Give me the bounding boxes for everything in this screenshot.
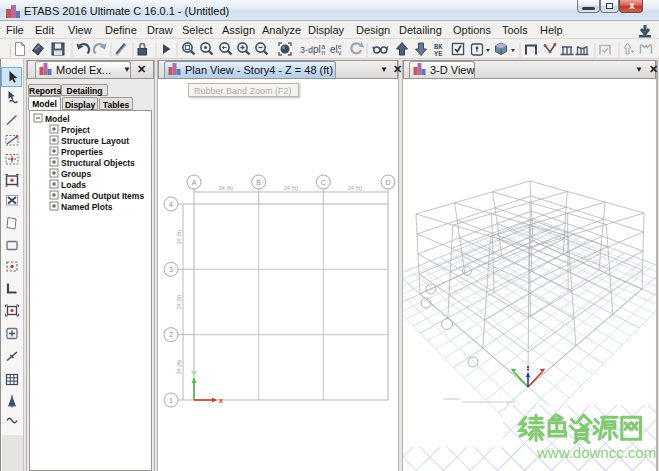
svg-text:Structure Layout: Structure Layout xyxy=(61,136,129,146)
svg-text:2: 2 xyxy=(169,331,173,338)
svg-text:www.downcc.com: www.downcc.com xyxy=(536,444,656,461)
svg-text:n: n xyxy=(322,49,326,56)
svg-text:Project: Project xyxy=(61,125,90,135)
svg-text:YE: YE xyxy=(434,50,442,58)
svg-text:Named Plots: Named Plots xyxy=(61,202,113,212)
svg-text:1: 1 xyxy=(169,397,173,404)
svg-text:el: el xyxy=(330,44,338,55)
svg-text:Structural Objects: Structural Objects xyxy=(61,158,135,168)
svg-text:Properties: Properties xyxy=(61,147,103,157)
svg-text:24 (ft): 24 (ft) xyxy=(176,295,182,310)
svg-text:pl: pl xyxy=(313,44,321,55)
svg-text:24 (ft): 24 (ft) xyxy=(219,185,234,191)
svg-text:3-d: 3-d xyxy=(300,45,313,55)
svg-text:Model: Model xyxy=(45,114,70,124)
svg-text:C: C xyxy=(321,179,326,186)
svg-text:24 (ft): 24 (ft) xyxy=(176,360,182,375)
svg-text:24 (ft): 24 (ft) xyxy=(348,185,363,191)
svg-text:Groups: Groups xyxy=(61,169,91,179)
svg-text:4: 4 xyxy=(169,201,173,208)
svg-text:D: D xyxy=(385,179,390,186)
svg-text:B: B xyxy=(256,179,261,186)
svg-text:x: x xyxy=(219,397,223,404)
svg-text:Loads: Loads xyxy=(61,180,86,190)
svg-text:A: A xyxy=(192,179,197,186)
svg-text:24 (ft): 24 (ft) xyxy=(176,230,182,245)
svg-text:Named Output Items: Named Output Items xyxy=(61,191,144,201)
svg-text:24 (ft): 24 (ft) xyxy=(284,185,299,191)
svg-text:3: 3 xyxy=(169,266,173,273)
